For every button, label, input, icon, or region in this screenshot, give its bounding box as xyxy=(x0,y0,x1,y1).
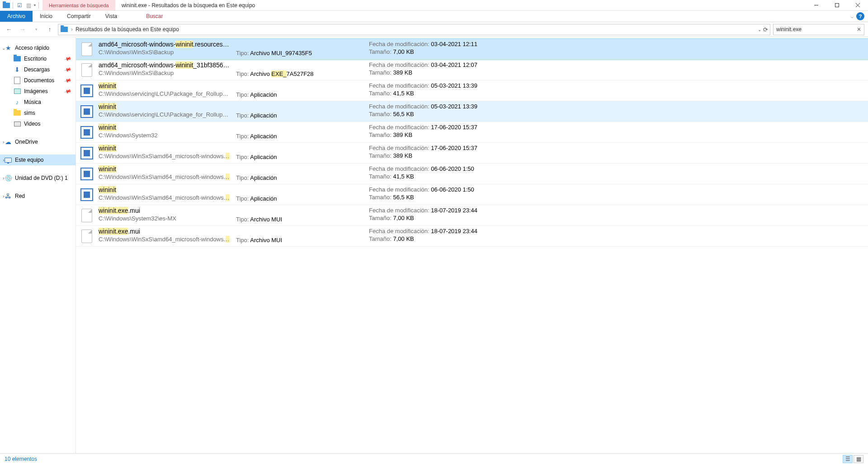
file-name: wininit xyxy=(99,82,230,89)
chevron-down-icon[interactable]: ⌄ xyxy=(1,46,6,51)
file-path: C:\Windows\servicing\LCU\Package_for_Rol… xyxy=(99,111,230,118)
close-button[interactable] xyxy=(847,0,868,10)
nav-this-pc[interactable]: › Este equipo xyxy=(0,155,75,165)
address-dropdown-icon[interactable]: ⌄ xyxy=(758,27,761,32)
nav-videos[interactable]: Videos xyxy=(0,118,75,129)
file-path: C:\Windows\System32 xyxy=(99,132,230,139)
nav-documents[interactable]: Documentos 📌 xyxy=(0,75,75,86)
nav-up-button[interactable]: ↑ xyxy=(44,24,55,35)
breadcrumb-location[interactable]: Resultados de la búsqueda en Este equipo xyxy=(75,26,755,33)
ribbon-tab-file[interactable]: Archivo xyxy=(0,11,33,22)
nav-downloads[interactable]: ⬇ Descargas 📌 xyxy=(0,64,75,75)
svg-rect-1 xyxy=(835,4,839,7)
nav-sims[interactable]: sims xyxy=(0,108,75,118)
file-type: Tipo: Aplicación xyxy=(236,91,363,98)
search-result-row[interactable]: wininitC:\Windows\WinSxS\amd64_microsoft… xyxy=(76,184,868,205)
file-date: Fecha de modificación: 18-07-2019 23:44 xyxy=(369,207,863,214)
file-size: Tamaño: 56,5 KB xyxy=(369,111,863,117)
search-result-row[interactable]: wininit.exe.muiC:\Windows\WinSxS\amd64_m… xyxy=(76,226,868,247)
help-icon[interactable]: ? xyxy=(856,12,864,20)
nav-network[interactable]: › 🖧 Red xyxy=(0,191,75,202)
nav-pictures[interactable]: Imágenes 📌 xyxy=(0,86,75,97)
address-bar-row: ← → ▾ ↑ › Resultados de la búsqueda en E… xyxy=(0,22,868,37)
qat-newfolder-icon[interactable]: ▥ xyxy=(25,2,32,9)
search-result-row[interactable]: wininit.exe.muiC:\Windows\System32\es-MX… xyxy=(76,205,868,226)
music-icon: ♪ xyxy=(14,98,21,106)
minimize-button[interactable] xyxy=(806,0,826,10)
file-size: Tamaño: 7,00 KB xyxy=(369,235,863,242)
nav-music[interactable]: ♪ Música xyxy=(0,97,75,108)
search-result-row[interactable]: wininitC:\Windows\WinSxS\amd64_microsoft… xyxy=(76,143,868,164)
chevron-right-icon[interactable]: › xyxy=(1,140,6,145)
file-type: Tipo: Aplicación xyxy=(236,133,363,140)
search-result-row[interactable]: amd64_microsoft-windows-wininit_31bf3856… xyxy=(76,60,868,80)
file-size: Tamaño: 7,00 KB xyxy=(369,215,863,221)
ribbon-tab-view[interactable]: Vista xyxy=(98,11,124,22)
file-date: Fecha de modificación: 03-04-2021 12:07 xyxy=(369,61,863,68)
file-type: Tipo: Archivo EXE_7A527F28 xyxy=(236,70,363,77)
pin-icon: 📌 xyxy=(64,76,72,84)
ribbon-tab-home[interactable]: Inicio xyxy=(33,11,60,22)
file-name: wininit.exe.mui xyxy=(99,228,230,235)
file-date: Fecha de modificación: 05-03-2021 13:39 xyxy=(369,103,863,110)
application-icon xyxy=(80,125,94,140)
qat-properties-icon[interactable]: ☑ xyxy=(16,2,23,9)
file-path: C:\Windows\servicing\LCU\Package_for_Rol… xyxy=(99,90,230,97)
qat-dropdown[interactable]: ▾ xyxy=(34,3,36,7)
file-type: Tipo: Archivo MUI xyxy=(236,216,363,223)
view-large-icons-button[interactable]: ▦ xyxy=(854,455,863,463)
status-bar: 10 elementos ☰ ▦ xyxy=(0,453,868,464)
titlebar: ☑ ▥ ▾ Herramientas de búsqueda wininit.e… xyxy=(0,0,868,11)
file-type: Tipo: Aplicación xyxy=(236,195,363,202)
file-date: Fecha de modificación: 03-04-2021 12:11 xyxy=(369,41,863,47)
file-name: wininit.exe.mui xyxy=(99,207,230,214)
file-size: Tamaño: 389 KB xyxy=(369,131,863,138)
nav-quick-access[interactable]: ⌄ ★ Acceso rápido xyxy=(0,42,75,53)
file-date: Fecha de modificación: 06-06-2020 1:50 xyxy=(369,186,863,193)
file-date: Fecha de modificación: 17-06-2020 15:37 xyxy=(369,145,863,151)
search-results: amd64_microsoft-windows-wininit.resource… xyxy=(76,37,868,453)
nav-label: Imágenes xyxy=(24,88,48,94)
file-path: C:\Windows\System32\es-MX xyxy=(99,215,230,222)
file-type: Tipo: Aplicación xyxy=(236,174,363,181)
search-result-row[interactable]: wininitC:\Windows\WinSxS\amd64_microsoft… xyxy=(76,164,868,184)
ribbon-expand-icon[interactable]: ⌵ xyxy=(851,14,854,19)
chevron-right-icon[interactable]: › xyxy=(1,176,6,181)
nav-back-button[interactable]: ← xyxy=(4,24,14,35)
contextual-tab-search-tools: Herramientas de búsqueda xyxy=(42,0,115,10)
maximize-button[interactable] xyxy=(826,0,847,10)
ribbon-tab-search[interactable]: Buscar xyxy=(139,11,170,22)
nav-recent-dropdown[interactable]: ▾ xyxy=(31,24,42,35)
refresh-icon[interactable]: ⟳ xyxy=(763,26,768,33)
search-result-row[interactable]: wininitC:\Windows\servicing\LCU\Package_… xyxy=(76,101,868,122)
file-date: Fecha de modificación: 18-07-2019 23:44 xyxy=(369,228,863,234)
nav-onedrive[interactable]: › ☁ OneDrive xyxy=(0,136,75,147)
file-icon xyxy=(80,63,94,77)
nav-label: Acceso rápido xyxy=(15,45,49,51)
videos-icon xyxy=(14,120,21,127)
folder-icon xyxy=(14,109,21,117)
nav-forward-button[interactable]: → xyxy=(17,24,28,35)
search-box[interactable]: wininit.exe ✕ xyxy=(773,24,864,35)
application-icon xyxy=(80,187,94,202)
nav-desktop[interactable]: Escritorio 📌 xyxy=(0,53,75,64)
application-icon xyxy=(80,104,94,119)
view-details-button[interactable]: ☰ xyxy=(843,455,853,463)
ribbon-tab-share[interactable]: Compartir xyxy=(60,11,98,22)
file-icon xyxy=(80,208,94,223)
file-size: Tamaño: 41,5 KB xyxy=(369,90,863,97)
file-path: C:\Windows\WinSxS\amd64_microsoft-window… xyxy=(99,236,230,243)
nav-dvd[interactable]: › 💿 Unidad de DVD (D:) 1 xyxy=(0,173,75,183)
file-path: C:\Windows\WinSxS\Backup xyxy=(99,70,230,76)
nav-label: Red xyxy=(15,193,25,199)
file-name: wininit xyxy=(99,186,230,193)
search-result-row[interactable]: wininitC:\Windows\servicing\LCU\Package_… xyxy=(76,80,868,101)
address-bar[interactable]: › Resultados de la búsqueda en Este equi… xyxy=(58,24,770,35)
search-clear-icon[interactable]: ✕ xyxy=(857,26,861,33)
nav-label: OneDrive xyxy=(15,139,38,145)
search-result-row[interactable]: amd64_microsoft-windows-wininit.resource… xyxy=(76,39,868,60)
search-result-row[interactable]: wininitC:\Windows\System32Tipo: Aplicaci… xyxy=(76,122,868,143)
file-size: Tamaño: 389 KB xyxy=(369,69,863,76)
file-name: wininit xyxy=(99,103,230,110)
chevron-right-icon[interactable]: › xyxy=(1,194,6,199)
